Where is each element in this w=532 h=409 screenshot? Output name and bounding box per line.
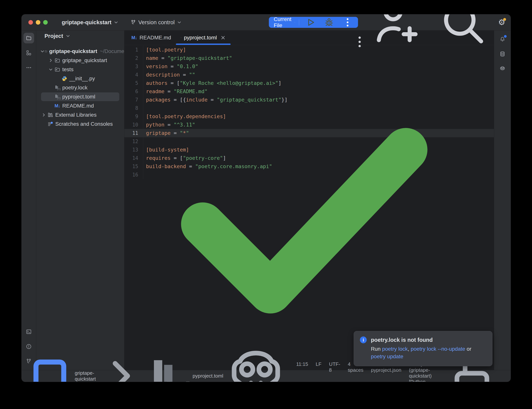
- close-tab-icon[interactable]: [220, 30, 226, 45]
- zoom-window-button[interactable]: [43, 20, 48, 25]
- tree-item-tests[interactable]: tests: [36, 65, 124, 74]
- project-toolwindow-button[interactable]: [23, 33, 34, 43]
- chevron-down-icon: [177, 20, 182, 25]
- tree-item-label: Scratches and Consoles: [55, 121, 113, 127]
- notification-text: or: [465, 346, 471, 352]
- tree-item-label: griptape_quickstart: [62, 57, 107, 64]
- terminal-toolwindow-button[interactable]: [23, 326, 34, 337]
- tree-item-label: griptape-quickstart: [49, 48, 97, 54]
- problems-toolwindow-button[interactable]: [23, 341, 34, 352]
- run-configuration-widget[interactable]: Current File: [269, 17, 358, 28]
- folder-icon: [45, 48, 47, 54]
- svg-text:[T]: [T]: [163, 379, 190, 382]
- chevron-down-icon: [114, 20, 118, 25]
- notification-text: ,: [408, 346, 411, 352]
- vcs-widget[interactable]: Version control: [128, 18, 184, 28]
- chevron-down-icon[interactable]: [47, 67, 54, 72]
- minimize-window-button[interactable]: [36, 20, 40, 25]
- vcs-label: Version control: [138, 19, 175, 26]
- tree-item-path: ~/Docume: [100, 48, 124, 54]
- toml-file-icon: [T]: [181, 35, 182, 41]
- tree-item-label: poetry.lock: [62, 85, 87, 91]
- debug-button[interactable]: [321, 17, 337, 28]
- notification-link[interactable]: poetry update: [371, 353, 403, 359]
- chevron-down-icon: [294, 20, 295, 24]
- chevron-right-icon: [99, 354, 143, 382]
- project-panel-header[interactable]: Project: [36, 30, 124, 41]
- tree-item-label: README.md: [62, 103, 94, 109]
- tree-item-label: pyproject.toml: [62, 94, 95, 100]
- more-toolwindows-button[interactable]: [23, 62, 34, 73]
- svg-text:[T]: [T]: [57, 88, 60, 91]
- active-tab-underline: [176, 44, 230, 45]
- left-toolwindow-strip: [22, 30, 36, 370]
- tree-item-griptape-quickstart[interactable]: griptape-quickstart~/Docume: [36, 47, 124, 56]
- chevron-right-icon[interactable]: [47, 58, 54, 63]
- tab-label: README.md: [139, 35, 171, 41]
- status-bar: griptape-quickstart [T] pyproject.toml 1…: [22, 370, 511, 382]
- tree-item-External Libraries[interactable]: External Libraries: [36, 110, 124, 120]
- settings-gear-icon[interactable]: ⚙: [498, 19, 505, 26]
- src-folder-icon: [54, 66, 60, 73]
- info-icon: i: [360, 336, 367, 343]
- close-window-button[interactable]: [28, 20, 33, 25]
- chevron-right-icon[interactable]: [40, 113, 47, 117]
- right-toolwindow-strip: [494, 30, 511, 370]
- more-run-options-button[interactable]: [340, 17, 355, 28]
- tree-item-Scratches and Consoles[interactable]: Scratches and Consoles: [36, 120, 124, 129]
- tree-item-griptape_quickstart[interactable]: griptape_quickstart: [36, 56, 124, 65]
- breadcrumb-file[interactable]: pyproject.toml: [193, 373, 223, 379]
- project-name: griptape-quickstart: [62, 19, 111, 26]
- inspections-ok-icon[interactable]: [124, 48, 489, 370]
- code-editor[interactable]: 1[tool.poetry]2name = "griptape-quicksta…: [124, 45, 494, 370]
- database-toolwindow-button[interactable]: [497, 49, 508, 59]
- notification-title: poetry.lock is not found: [371, 337, 433, 343]
- project-switcher[interactable]: griptape-quickstart: [59, 18, 121, 28]
- chevron-down-icon: [66, 34, 70, 38]
- library-icon: [47, 112, 53, 118]
- project-tree-panel: Project griptape-quickstart~/Documegript…: [36, 30, 124, 370]
- tree-item-poetry.lock[interactable]: [T]poetry.lock: [36, 83, 124, 92]
- editor-tab-README.md[interactable]: M↓README.md: [126, 30, 176, 45]
- markdown-file-icon: M↓: [131, 35, 137, 41]
- notification-link[interactable]: poetry lock --no-update: [411, 346, 465, 352]
- scratches-icon: [47, 121, 53, 127]
- ai-assistant-toolwindow-button[interactable]: [497, 64, 508, 74]
- copilot-icon: [499, 66, 505, 72]
- toml-icon: [T]: [54, 94, 60, 100]
- git-branch-icon: [26, 358, 32, 364]
- structure-toolwindow-button[interactable]: [23, 47, 34, 58]
- problems-icon: [26, 344, 32, 350]
- tree-item-label: tests: [62, 66, 73, 73]
- markdown-icon: M↓: [54, 103, 60, 109]
- tree-item-label: External Libraries: [55, 112, 97, 118]
- run-config-label: Current File: [274, 16, 291, 28]
- tree-item-label: __init__.py: [69, 75, 95, 82]
- version-control-toolwindow-button[interactable]: [23, 356, 34, 367]
- notification-text: Run: [371, 346, 382, 352]
- folder-icon: [26, 35, 32, 41]
- toml-icon: [T]: [54, 85, 60, 91]
- breadcrumb-project[interactable]: griptape-quickstart: [75, 370, 96, 382]
- structure-icon: [26, 50, 32, 56]
- chevron-down-icon[interactable]: [40, 49, 45, 54]
- titlebar: griptape-quickstart Version control Curr…: [22, 14, 511, 30]
- database-icon: [499, 51, 505, 57]
- python-icon: [61, 75, 67, 82]
- notification-body: Run poetry lock, poetry lock --no-update…: [371, 345, 486, 360]
- notification-badge: [504, 35, 507, 38]
- svg-text:[T]: [T]: [57, 97, 60, 100]
- project-icon: [28, 354, 72, 382]
- src-folder-icon: [54, 57, 60, 64]
- run-button[interactable]: [303, 17, 318, 28]
- settings-update-badge: [503, 18, 506, 21]
- notifications-button[interactable]: [497, 34, 508, 45]
- tree-item-__init__.py[interactable]: __init__.py: [36, 74, 124, 83]
- tree-item-pyproject.toml[interactable]: [T]pyproject.toml: [36, 92, 124, 101]
- more-icon: [26, 65, 32, 71]
- notification-link[interactable]: poetry lock: [382, 346, 408, 352]
- editor-tab-pyproject.toml[interactable]: [T]pyproject.toml: [176, 30, 230, 45]
- tree-item-README.md[interactable]: M↓README.md: [36, 101, 124, 110]
- notification-balloon: i poetry.lock is not found Run poetry lo…: [354, 331, 492, 366]
- project-panel-title: Project: [45, 33, 63, 39]
